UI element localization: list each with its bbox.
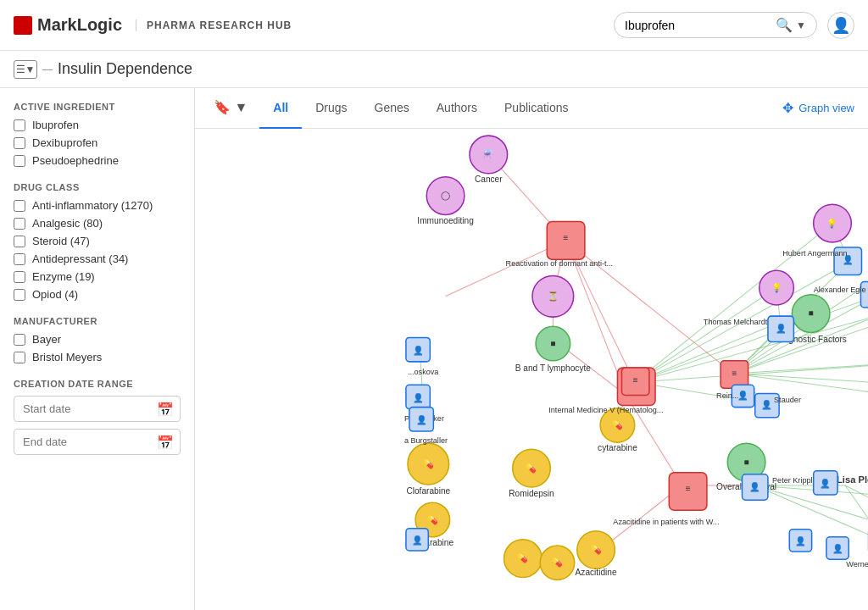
graph-view-label: Graph view [798, 102, 854, 114]
svg-text:Werner Linkesch: Werner Linkesch [846, 560, 868, 568]
checkbox-ibuprofen[interactable] [14, 119, 25, 131]
checkbox-steroid[interactable] [14, 236, 25, 247]
svg-text:Azacitidine in patients with W: Azacitidine in patients with W... [613, 518, 719, 526]
filter-section-drug-class: DRUG CLASS Anti-inflammatory (1270) Anal… [14, 182, 181, 301]
graph-node-b-t-lymphocyte[interactable]: ■ B and T lymphocyte [515, 326, 591, 373]
graph-area[interactable]: 💊 Clofarabine 💊 clofarabine 💊 Romidepsin… [195, 129, 868, 610]
checkbox-anti-inflammatory[interactable] [14, 200, 25, 212]
svg-text:💊: 💊 [423, 458, 434, 469]
app-title: PHARMA RESEARCH HUB [136, 19, 292, 31]
graph-node-thomas-melchardt[interactable]: 👤 Thomas Melchardt [704, 316, 794, 341]
svg-text:👤: 👤 [795, 535, 806, 546]
svg-text:👤: 👤 [761, 399, 772, 410]
graph-node-cancer[interactable]: ⚗️ Cancer [470, 136, 508, 184]
graph-node-bottom2[interactable]: 💊 [540, 546, 575, 580]
filter-item-enzyme[interactable]: Enzyme (19) [14, 270, 181, 283]
graph-node-a-burgstaller[interactable]: 👤 a Burgstaller [404, 408, 448, 446]
svg-text:cytarabine: cytarabine [598, 443, 637, 452]
graph-node-bulb1[interactable]: 💡 [814, 204, 852, 242]
checkbox-pseudoephedrine[interactable] [14, 155, 25, 167]
graph-node-moskova[interactable]: 👤 ...oskova [406, 337, 439, 376]
graph-node-stauder[interactable]: 👤 Stauder [755, 393, 801, 417]
filter-label-active-ingredient: ACTIVE INGREDIENT [14, 102, 181, 112]
search-dropdown-icon[interactable]: ▼ [796, 19, 806, 31]
filter-item-bayer[interactable]: Bayer [14, 333, 181, 346]
calendar-icon-start[interactable]: 📅 [157, 401, 174, 417]
breadcrumb-icon[interactable]: ☰▼ [14, 60, 37, 79]
filter-label-date-range: CREATION DATE RANGE [14, 379, 181, 389]
graph-node-werner-linkesch[interactable]: 👤 Werner Linkesch [846, 530, 868, 569]
end-date-input[interactable] [14, 429, 181, 455]
graph-node-azacitidine-pub[interactable]: ≡ Azacitidine in patients with W... [613, 473, 719, 526]
search-bar[interactable]: 🔍 ▼ [614, 12, 817, 38]
graph-node-immunoediting[interactable]: ◯ Immunoediting [417, 177, 473, 225]
graph-node-bottom-mid[interactable]: 👤 [789, 530, 811, 552]
graph-node-lisa-pleyer[interactable]: Lisa Pleyer 👤 [814, 471, 868, 495]
filter-item-bristol-meyers[interactable]: Bristol Meyers [14, 351, 181, 363]
tab-authors[interactable]: Authors [423, 88, 491, 129]
graph-node-hubert-angermann[interactable]: 👤 Hubert Angermann [782, 247, 861, 274]
start-date-input[interactable] [14, 396, 181, 422]
user-avatar[interactable]: 👤 [827, 12, 854, 39]
header-right: 🔍 ▼ 👤 [614, 12, 854, 39]
label-ibuprofen: Ibuprofen [32, 119, 79, 131]
filter-item-ibuprofen[interactable]: Ibuprofen [14, 119, 181, 131]
tabs-bar: 🔖 ▼ All Drugs Genes Authors Publications… [195, 88, 868, 129]
label-bayer: Bayer [32, 333, 61, 346]
filter-item-antidepressant[interactable]: Antidepressant (34) [14, 252, 181, 265]
filter-item-opiod[interactable]: Opiod (4) [14, 288, 181, 301]
graph-node-bulb2[interactable]: 💡 [760, 270, 794, 305]
graph-node-bottom-left[interactable]: 👤 [406, 529, 428, 551]
label-analgesic: Analgesic (80) [32, 217, 103, 230]
checkbox-antidepressant[interactable] [14, 253, 25, 265]
filter-item-dexibuprofen[interactable]: Dexibuprofen [14, 136, 181, 149]
tab-publications[interactable]: Publications [491, 88, 582, 129]
svg-text:Romidepsin: Romidepsin [509, 489, 554, 498]
checkbox-opiod[interactable] [14, 289, 25, 301]
graph-node-cluster2[interactable]: ≡ [721, 361, 748, 388]
filter-item-analgesic[interactable]: Analgesic (80) [14, 217, 181, 230]
checkbox-bayer[interactable] [14, 334, 25, 346]
label-pseudoephedrine: Pseudoephedrine [32, 154, 119, 167]
svg-text:👤: 👤 [749, 481, 760, 492]
svg-text:💊: 💊 [552, 557, 563, 568]
search-icon[interactable]: 🔍 [776, 17, 793, 33]
search-input[interactable] [625, 19, 776, 32]
graph-node-cytarabine[interactable]: 💊 cytarabine [598, 408, 637, 453]
filter-item-steroid[interactable]: Steroid (47) [14, 235, 181, 247]
tab-genes[interactable]: Genes [361, 88, 423, 129]
tab-all[interactable]: All [259, 88, 302, 129]
svg-text:👤: 👤 [832, 543, 843, 554]
graph-edges-red [446, 154, 755, 550]
filter-item-pseudoephedrine[interactable]: Pseudoephedrine [14, 154, 181, 167]
svg-text:👤: 👤 [412, 535, 423, 546]
graph-view-icon: ✥ [782, 100, 793, 116]
filter-label-manufacturer: MANUFACTURER [14, 316, 181, 326]
graph-node-bottom1[interactable]: 💊 [504, 540, 542, 578]
svg-text:👤: 👤 [776, 323, 787, 334]
svg-text:■: ■ [550, 339, 555, 348]
graph-view-button[interactable]: ✥ Graph view [782, 100, 854, 116]
graph-node-cluster1[interactable]: ≡ [622, 368, 649, 395]
graph-node-reactivation[interactable]: ≡ Reactivation of dormant anti-t... [506, 222, 614, 269]
tab-drugs[interactable]: Drugs [302, 88, 360, 129]
checkbox-enzyme[interactable] [14, 271, 25, 283]
label-enzyme: Enzyme (19) [32, 270, 95, 283]
graph-node-azacitidine-drug[interactable]: 💊 Azacitidine [576, 531, 617, 578]
checkbox-analgesic[interactable] [14, 218, 25, 230]
checkbox-bristol-meyers[interactable] [14, 352, 25, 363]
svg-text:💊: 💊 [591, 544, 602, 555]
checkbox-dexibuprofen[interactable] [14, 137, 25, 149]
graph-node-romidepsin[interactable]: 💊 Romidepsin [509, 449, 554, 498]
graph-node-bottom-right1[interactable]: 👤 [826, 537, 849, 559]
filter-item-anti-inflammatory[interactable]: Anti-inflammatory (1270) [14, 199, 181, 212]
label-bristol-meyers: Bristol Meyers [32, 351, 102, 363]
calendar-icon-end[interactable]: 📅 [157, 434, 174, 450]
tab-bookmark[interactable]: 🔖 ▼ [209, 92, 253, 124]
svg-text:Reactivation of dormant anti-t: Reactivation of dormant anti-t... [506, 259, 614, 268]
svg-text:Hubert Angermann: Hubert Angermann [782, 249, 847, 258]
svg-text:Azacitidine: Azacitidine [576, 568, 617, 577]
graph-node-clofarabine1[interactable]: 💊 Clofarabine [406, 443, 450, 496]
graph-node-hourglass[interactable]: ⏳ [532, 275, 574, 317]
svg-text:Alexander Egle: Alexander Egle [814, 286, 866, 294]
